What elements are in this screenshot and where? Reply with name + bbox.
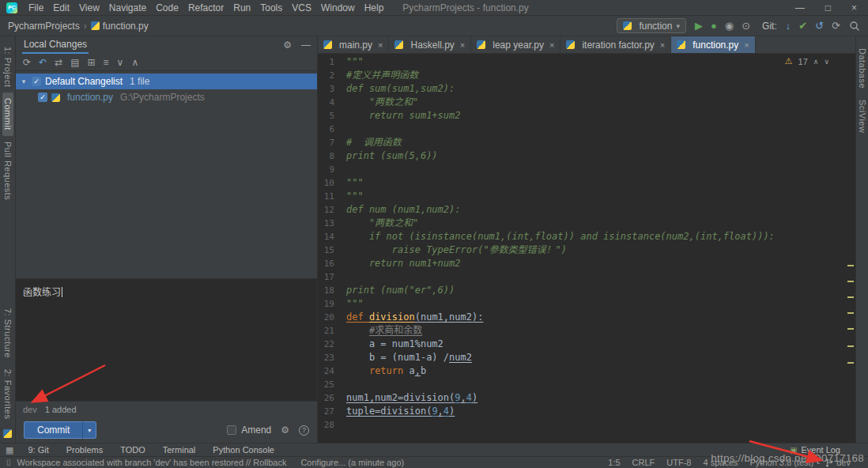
expand-all-icon[interactable]: ∨ [117,58,124,67]
debug-icon[interactable]: ● [711,21,717,31]
changelist-add-icon[interactable]: ⊞ [88,58,96,67]
code-line[interactable]: 20def division(num1,num2): [318,311,855,324]
editor-scrollbar[interactable] [846,54,855,443]
editor-tab-iteration-factor-py[interactable]: iteration factor.py× [560,36,671,53]
tool-button-database[interactable]: Database [857,43,868,94]
minimize-icon[interactable]: — [795,2,805,13]
close-icon[interactable]: × [378,40,383,50]
code-line[interactable]: 26num1,num2=division(9,4) [318,391,855,405]
editor-tab-haskell-py[interactable]: Haskell.py× [389,36,471,53]
code-line[interactable]: 6 [318,123,855,136]
git-rollback-icon[interactable]: ↺ [815,21,824,31]
git-update-icon[interactable]: ↓ [786,21,791,31]
editor-body[interactable]: 1"""2#定义并声明函数3def sum(sum1,sum2):4 "两数之和… [318,54,855,443]
tool-window-button-python-console[interactable]: Python Console [213,445,274,455]
commit-button[interactable]: Commit [24,421,82,439]
close-icon[interactable]: × [660,40,665,50]
coverage-icon[interactable]: ◉ [725,21,734,31]
code-line[interactable]: 21 #求商和余数 [318,324,855,338]
tool-window-button-terminal[interactable]: Terminal [163,445,196,455]
tool-window-button-todo[interactable]: TODO [120,445,145,455]
tab-local-changes[interactable]: Local Changes [22,36,89,54]
menu-edit[interactable]: Edit [48,2,74,13]
menu-refactor[interactable]: Refactor [183,2,228,13]
git-commit-icon[interactable]: ✔ [798,21,807,31]
code-line[interactable]: 22 a = num1%num2 [318,338,855,351]
code-line[interactable]: 24 return a,b [318,364,855,378]
changed-file-row[interactable]: ✓ function.py G:\PycharmProjects [16,89,317,105]
editor-tab-function-py[interactable]: function.py× [671,36,755,53]
next-warning-icon[interactable]: ∨ [824,58,829,66]
code-line[interactable]: 15 raise TypeError("参数类型错误！") [318,243,855,257]
menu-tools[interactable]: Tools [255,2,287,13]
menu-vcs[interactable]: VCS [287,2,316,13]
code-line[interactable]: 28 [318,418,855,432]
run-config-select[interactable]: function ▾ [617,18,686,33]
branch-label[interactable]: dev [23,405,37,414]
status-panel-icon[interactable]: ▯ [6,457,11,468]
close-icon[interactable]: × [549,40,554,50]
changelist-row[interactable]: ▾ ✓ Default Changelist 1 file [16,74,317,89]
run-icon[interactable]: ▶ [695,21,703,31]
code-line[interactable]: 5 return sum1+sum2 [318,109,855,123]
git-history-icon[interactable]: ⟳ [832,21,840,31]
code-line[interactable]: 1""" [318,55,855,69]
line-separator[interactable]: CRLF [632,457,655,468]
commit-dropdown-button[interactable]: ▾ [82,421,96,439]
code-line[interactable]: 23 b = (num1-a) /num2 [318,351,855,364]
code-line[interactable]: 2#定义并声明函数 [318,69,855,82]
commit-message-input[interactable]: 函数练习 [16,278,317,402]
close-icon[interactable]: × [460,40,465,50]
show-diff-icon[interactable]: ⇄ [55,58,62,67]
tool-windows-grid-icon[interactable]: ▦ [6,445,13,455]
tool-window-button-9-git[interactable]: 9: Git [28,445,48,455]
commit-help-icon[interactable]: ? [299,425,309,436]
code-line[interactable]: 27tuple=division(9,4) [318,405,855,418]
gear-icon[interactable]: ⚙ [283,40,292,51]
refresh-icon[interactable]: ⟳ [23,58,31,67]
rollback-icon[interactable]: ↶ [39,58,47,67]
editor-tab-main-py[interactable]: main.py× [318,36,389,53]
breadcrumb-file[interactable]: function.py [103,21,149,32]
file-encoding[interactable]: UTF-8 [666,457,691,468]
editor-tab-leap-year-py[interactable]: leap year.py× [471,36,560,53]
tool-button-pull-requests[interactable]: Pull Requests [2,136,13,206]
tool-window-button-problems[interactable]: Problems [66,445,103,455]
menu-file[interactable]: File [24,2,48,13]
tool-button-1-project[interactable]: 1: Project [2,41,13,92]
tool-button-7-structure[interactable]: 7: Structure [2,303,13,364]
file-checkbox[interactable]: ✓ [38,92,47,102]
collapse-all-icon[interactable]: ∧ [131,58,138,67]
code-line[interactable]: 17 [318,270,855,284]
code-line[interactable]: 10""" [318,176,855,190]
profiler-icon[interactable]: ⊙ [742,21,750,31]
close-icon[interactable]: × [851,2,857,13]
code-line[interactable]: 3def sum(sum1,sum2): [318,82,855,96]
commit-settings-gear-icon[interactable]: ⚙ [281,425,289,436]
code-line[interactable]: 14 if not (isinstance(num1,(int,float)) … [318,230,855,243]
code-line[interactable]: 13 "两数之和" [318,217,855,230]
code-line[interactable]: 25 [318,378,855,391]
menu-help[interactable]: Help [360,2,389,13]
code-line[interactable]: 19""" [318,297,855,311]
code-line[interactable]: 12def num (num1,num2): [318,203,855,217]
menu-code[interactable]: Code [151,2,183,13]
code-line[interactable]: 7# 调用函数 [318,136,855,149]
tool-button-2-favorites[interactable]: 2: Favorites [2,364,13,425]
shelve-icon[interactable]: ▤ [70,58,79,67]
tool-button-commit[interactable]: Commit [2,92,13,136]
close-icon[interactable]: × [744,40,749,50]
breadcrumb-project[interactable]: PycharmProjects [8,21,80,32]
menu-run[interactable]: Run [228,2,255,13]
code-line[interactable]: 18print (num("er",6)) [318,284,855,297]
configure-link[interactable]: Configure... (a minute ago) [300,457,404,468]
code-line[interactable]: 9 [318,163,855,176]
prev-warning-icon[interactable]: ∧ [813,58,819,66]
amend-checkbox[interactable] [227,425,236,435]
code-line[interactable]: 16 return num1+num2 [318,257,855,270]
group-by-icon[interactable]: ≡ [104,58,109,67]
code-line[interactable]: 11""" [318,190,855,203]
maximize-icon[interactable]: □ [825,2,831,13]
hide-panel-icon[interactable]: — [301,40,311,51]
inspection-widget[interactable]: ⚠ 17 ∧ ∨ [783,56,832,66]
